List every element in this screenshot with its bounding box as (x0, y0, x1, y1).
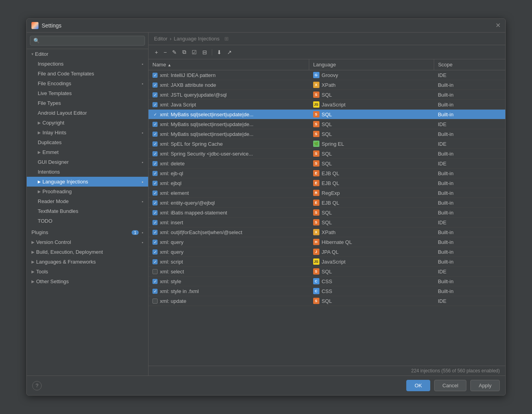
sidebar-item-proofreading[interactable]: ▶ Proofreading (27, 187, 148, 196)
table-row[interactable]: ✓xml: style in .fxmlCCSSBuilt-in (149, 286, 505, 296)
sidebar-item-version-control[interactable]: ▶ Version Control ▪ (27, 237, 148, 247)
sidebar-item-inspections[interactable]: Inspections ▪ (27, 59, 148, 69)
table-row[interactable]: xml: selectSSQLIDE (149, 267, 505, 277)
sidebar-item-build-execution[interactable]: ▶ Build, Execution, Deployment (27, 247, 148, 257)
import-button[interactable]: ⬇ (215, 48, 224, 57)
sidebar-item-textmate-bundles[interactable]: TextMate Bundles (27, 206, 148, 216)
row-checkbox[interactable]: ✓ (152, 92, 158, 97)
sidebar-item-reader-mode[interactable]: Reader Mode ▪ (27, 196, 148, 206)
row-checkbox[interactable]: ✓ (152, 181, 158, 186)
row-checkbox[interactable]: ✓ (152, 132, 158, 137)
row-checkbox[interactable]: ✓ (152, 112, 158, 117)
table-row[interactable]: ✓xml: JAXB attribute nodeXXPathBuilt-in (149, 80, 505, 90)
row-checkbox[interactable]: ✓ (152, 279, 158, 284)
table-row[interactable]: ✓xml: IntelliJ IDEA patternGGroovyIDE (149, 70, 505, 80)
edit-button[interactable]: ✎ (170, 48, 179, 57)
sidebar-item-other-settings[interactable]: ▶ Other Settings (27, 277, 148, 286)
ok-button[interactable]: OK (406, 380, 430, 391)
row-checkbox[interactable]: ✓ (152, 73, 158, 78)
table-row[interactable]: ✓xml: insertSSQLIDE (149, 218, 505, 227)
lang-icon: JS (313, 258, 319, 265)
row-checkbox[interactable]: ✓ (152, 289, 158, 294)
table-row[interactable]: ✓xml: queryHHibernate QLBuilt-in (149, 237, 505, 247)
row-checkbox[interactable]: ✓ (152, 171, 158, 176)
table-row[interactable]: ✓xml: MyBatis sql|select|insert|update|d… (149, 110, 505, 119)
table-row[interactable]: ✓xml: Spring Security <jdbc-user-service… (149, 149, 505, 159)
row-scope: Built-in (434, 80, 505, 90)
col-header-scope[interactable]: Scope (434, 59, 505, 70)
sidebar-item-gui-designer[interactable]: GUI Designer ▪ (27, 157, 148, 167)
sidebar-item-file-encodings[interactable]: File Encodings ▪ (27, 79, 148, 88)
sidebar-item-languages-frameworks[interactable]: ▶ Languages & Frameworks (27, 257, 148, 267)
remove-button[interactable]: − (161, 48, 169, 57)
table-row[interactable]: ✓xml: queryJJPA QLBuilt-in (149, 247, 505, 257)
row-checkbox[interactable]: ✓ (152, 82, 158, 88)
table-row[interactable]: ✓xml: ejbqlEEJB QLBuilt-in (149, 178, 505, 188)
sidebar-item-tools[interactable]: ▶ Tools (27, 267, 148, 277)
export-button[interactable]: ↗ (225, 48, 234, 57)
row-checkbox[interactable]: ✓ (152, 230, 158, 235)
toggle-button[interactable]: ☑ (189, 48, 199, 57)
row-checkbox[interactable]: ✓ (152, 240, 158, 245)
row-checkbox[interactable] (152, 269, 158, 274)
sidebar-item-duplicates[interactable]: Duplicates (27, 137, 148, 147)
table-row[interactable]: ✓xml: JSTL query|update/@sqlSSQLBuilt-in (149, 90, 505, 100)
row-scope: Built-in (434, 198, 505, 208)
sidebar-item-plugins[interactable]: Plugins 1 ▪ (27, 227, 148, 237)
row-checkbox[interactable]: ✓ (152, 249, 158, 255)
sidebar: ▾ Editor Inspections ▪ File and Code Tem… (27, 33, 149, 376)
table-row[interactable]: ✓xml: styleCCSSBuilt-in (149, 277, 505, 286)
row-checkbox[interactable] (152, 299, 158, 304)
row-checkbox[interactable]: ✓ (152, 220, 158, 225)
chevron-right-icon: ▶ (31, 279, 35, 284)
table-row[interactable]: xml: updateSSQLIDE (149, 296, 505, 306)
row-checkbox[interactable]: ✓ (152, 191, 158, 196)
breadcrumb-icon: ⊞ (224, 36, 229, 42)
row-name: xml: query (160, 239, 183, 245)
sidebar-item-copyright[interactable]: ▶ Copyright (27, 118, 148, 128)
col-header-language[interactable]: Language (309, 59, 434, 70)
sidebar-item-todo[interactable]: TODO (27, 216, 148, 226)
table-row[interactable]: ✓xml: SpEL for Spring Cache🌿Spring ELIDE (149, 139, 505, 149)
table-row[interactable]: ✓xml: deleteSSQLIDE (149, 159, 505, 169)
copy-button[interactable]: ⧉ (180, 48, 189, 57)
table-row[interactable]: ✓xml: entity-query/@ejbqlEEJB QLBuilt-in (149, 198, 505, 208)
col-header-name[interactable]: Name (149, 59, 309, 70)
help-button[interactable]: ? (32, 381, 42, 390)
row-checkbox[interactable]: ✓ (152, 102, 158, 107)
table-row[interactable]: ✓xml: MyBatis sql|select|insert|update|d… (149, 129, 505, 139)
search-input[interactable] (30, 36, 145, 46)
sidebar-item-intentions[interactable]: Intentions (27, 167, 148, 177)
table-row[interactable]: ✓xml: MyBatis sql|select|insert|update|d… (149, 119, 505, 129)
sidebar-item-emmet[interactable]: ▶ Emmet (27, 147, 148, 157)
table-row[interactable]: ✓xml: iBatis mapped-statementSSQLBuilt-i… (149, 208, 505, 218)
chevron-right-icon: ▶ (38, 130, 41, 135)
sidebar-item-live-templates[interactable]: Live Templates (27, 88, 148, 98)
table-row[interactable]: ✓xml: elementRRegExpBuilt-in (149, 188, 505, 198)
sidebar-item-language-injections[interactable]: ▶ Language Injections ▪ (27, 177, 148, 187)
sidebar-item-file-code-templates[interactable]: File and Code Templates (27, 69, 148, 79)
table-row[interactable]: ✓xml: scriptJSJavaScriptBuilt-in (149, 257, 505, 267)
lang-icon: S (313, 268, 319, 275)
sidebar-item-inlay-hints[interactable]: ▶ Inlay Hints ▪ (27, 128, 148, 137)
row-language: SQL (322, 269, 332, 275)
row-checkbox[interactable]: ✓ (152, 122, 158, 127)
sidebar-item-android-layout-editor[interactable]: Android Layout Editor (27, 108, 148, 118)
table-row[interactable]: ✓xml: Java ScriptJSJavaScriptBuilt-in (149, 100, 505, 110)
row-checkbox[interactable]: ✓ (152, 161, 158, 166)
close-button[interactable]: ✕ (495, 22, 501, 29)
row-checkbox[interactable]: ✓ (152, 200, 158, 205)
add-button[interactable]: + (152, 48, 160, 57)
row-checkbox[interactable]: ✓ (152, 151, 158, 156)
collapse-button[interactable]: ⊟ (200, 48, 209, 57)
table-row[interactable]: ✓xml: out|if|forEach|set|when/@selectXXP… (149, 227, 505, 237)
apply-button[interactable]: Apply (470, 380, 500, 391)
row-checkbox[interactable]: ✓ (152, 210, 158, 215)
cancel-button[interactable]: Cancel (434, 380, 466, 391)
table-row[interactable]: ✓xml: ejb-qlEEJB QLBuilt-in (149, 169, 505, 178)
lang-icon: R (313, 190, 319, 196)
sidebar-item-editor[interactable]: ▾ Editor (27, 49, 148, 59)
row-checkbox[interactable]: ✓ (152, 259, 158, 264)
sidebar-item-file-types[interactable]: File Types (27, 98, 148, 108)
row-checkbox[interactable]: ✓ (152, 141, 158, 147)
